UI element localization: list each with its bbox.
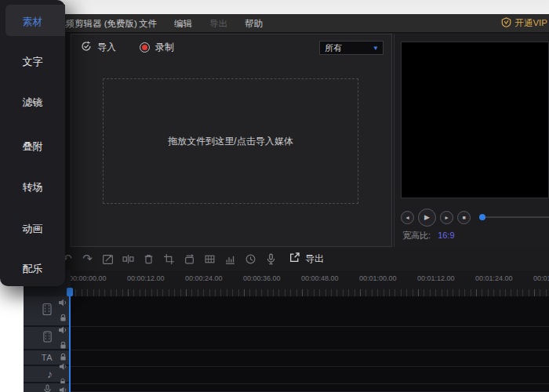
video-preview bbox=[401, 42, 549, 198]
play-button[interactable]: ▶ bbox=[418, 209, 436, 227]
timeline: 00:00:00.00 00:00:12.00 00:00:24.00 00:0… bbox=[24, 270, 549, 392]
playhead-line bbox=[69, 294, 71, 392]
sidebar-item-overlay[interactable]: 叠附 bbox=[0, 140, 65, 154]
video-track-header[interactable] bbox=[24, 296, 71, 327]
preview-panel: ◂ ▶ ▸ ■ 宽高比: 16:9 bbox=[394, 34, 549, 247]
seek-slider[interactable] bbox=[479, 216, 549, 218]
menu-export: 导出 bbox=[209, 18, 227, 30]
sidebar-item-material[interactable]: 素材 bbox=[0, 15, 65, 29]
aspect-ratio-label: 宽高比: bbox=[402, 230, 431, 240]
ruler-label: 00:01:00.00 bbox=[359, 274, 397, 282]
record-button[interactable]: 录制 bbox=[140, 41, 174, 54]
overlay-track-header[interactable] bbox=[24, 327, 71, 350]
mute-icon[interactable] bbox=[58, 324, 67, 338]
media-library-panel: 导入 录制 所有 ▼ 拖放文件到这里/点击导入媒体 bbox=[71, 34, 392, 247]
sidebar-item-filter[interactable]: 滤镜 bbox=[0, 96, 65, 110]
sidebar-panel: 素材 文字 滤镜 叠附 转场 动画 配乐 bbox=[0, 0, 65, 286]
dropzone-hint: 拖放文件到这里/点击导入媒体 bbox=[168, 135, 293, 148]
voice-track-header[interactable] bbox=[24, 383, 71, 392]
delete-icon[interactable] bbox=[143, 252, 155, 265]
voice-mic-icon bbox=[42, 383, 53, 392]
seek-slider-knob[interactable] bbox=[479, 214, 485, 220]
record-label: 录制 bbox=[155, 41, 174, 54]
music-track-header[interactable]: ♪ bbox=[24, 366, 71, 383]
text-track-lane[interactable] bbox=[71, 350, 549, 367]
aspect-ratio-value[interactable]: 16:9 bbox=[438, 230, 454, 240]
import-icon bbox=[81, 41, 92, 54]
ruler-label: 00:01:24.00 bbox=[475, 274, 513, 282]
import-label: 导入 bbox=[97, 41, 116, 54]
menu-edit[interactable]: 编辑 bbox=[174, 18, 192, 30]
ruler-label: 00:00:12.00 bbox=[127, 274, 165, 282]
sidebar-item-animation[interactable]: 动画 bbox=[0, 222, 65, 236]
edit-toolbar: ↶ ↷ bbox=[24, 247, 549, 270]
playhead-handle[interactable] bbox=[67, 288, 73, 296]
rotate-icon[interactable] bbox=[184, 252, 195, 265]
vip-label: 开通VIP bbox=[514, 17, 547, 29]
menu-file[interactable]: 文件 bbox=[139, 18, 157, 30]
ruler-label: 00:00:36.00 bbox=[243, 274, 281, 282]
track-lanes bbox=[71, 296, 549, 392]
sidebar-item-transition[interactable]: 转场 bbox=[0, 180, 65, 194]
edit-icon[interactable] bbox=[102, 252, 114, 265]
media-filter-value: 所有 bbox=[320, 42, 373, 54]
export-icon bbox=[289, 252, 300, 266]
export-button[interactable]: 导出 bbox=[289, 252, 324, 266]
vip-shield-icon bbox=[501, 17, 511, 29]
ruler-label: 00:01:12.00 bbox=[417, 274, 455, 282]
export-label: 导出 bbox=[305, 252, 324, 266]
playback-controls: ◂ ▶ ▸ ■ bbox=[401, 206, 549, 228]
play-icon: ▶ bbox=[424, 213, 430, 221]
video-track-lane[interactable] bbox=[71, 296, 549, 327]
sidebar-item-music[interactable]: 配乐 bbox=[0, 262, 65, 276]
media-dropzone[interactable]: 拖放文件到这里/点击导入媒体 bbox=[103, 78, 358, 204]
next-frame-icon: ▸ bbox=[445, 214, 448, 221]
crop-icon[interactable] bbox=[163, 252, 175, 265]
ruler-label: 00:00:48.00 bbox=[301, 274, 339, 282]
timeline-ruler[interactable]: 00:00:00.00 00:00:12.00 00:00:24.00 00:0… bbox=[71, 270, 549, 296]
track-headers: TA ♪ bbox=[24, 296, 71, 392]
overlay-track-lane[interactable] bbox=[71, 327, 549, 350]
prev-frame-button[interactable]: ◂ bbox=[401, 211, 414, 224]
mute-icon[interactable] bbox=[59, 360, 67, 374]
chevron-down-icon: ▼ bbox=[373, 45, 383, 52]
sidebar-item-text[interactable]: 文字 bbox=[0, 55, 65, 69]
music-note-icon: ♪ bbox=[47, 368, 53, 380]
import-button[interactable]: 导入 bbox=[81, 41, 116, 54]
aspect-ratio: 宽高比: 16:9 bbox=[402, 230, 455, 241]
mute-icon[interactable] bbox=[58, 296, 67, 310]
film-strip-icon bbox=[42, 303, 53, 319]
menubar: 视频剪辑器 (免费版) 文件 编辑 导出 帮助 开通VIP bbox=[24, 14, 549, 33]
music-track-lane[interactable] bbox=[71, 367, 549, 384]
ruler-ticks bbox=[71, 289, 549, 296]
stop-icon: ■ bbox=[462, 215, 465, 220]
media-filter-dropdown[interactable]: 所有 ▼ bbox=[319, 41, 384, 55]
mosaic-icon[interactable] bbox=[204, 252, 216, 265]
screen: 视频剪辑器 (免费版) 文件 编辑 导出 帮助 开通VIP bbox=[0, 0, 549, 392]
menu-help[interactable]: 帮助 bbox=[245, 18, 263, 30]
duration-icon[interactable] bbox=[245, 252, 256, 265]
split-icon[interactable] bbox=[122, 252, 134, 265]
app-window: 视频剪辑器 (免费版) 文件 编辑 导出 帮助 开通VIP bbox=[24, 14, 549, 392]
levels-icon[interactable] bbox=[224, 252, 236, 265]
microphone-icon[interactable] bbox=[265, 252, 277, 265]
ruler-label: 00:01:36.00 bbox=[533, 274, 549, 282]
voice-track-lane[interactable] bbox=[71, 384, 549, 392]
ruler-label: 00:00:24.00 bbox=[185, 274, 223, 282]
text-track-icon: TA bbox=[42, 353, 53, 362]
menu-items: 文件 编辑 导出 帮助 bbox=[139, 18, 263, 30]
stop-button[interactable]: ■ bbox=[457, 211, 471, 224]
prev-frame-icon: ◂ bbox=[405, 214, 409, 221]
vip-button[interactable]: 开通VIP bbox=[501, 17, 547, 29]
redo-icon[interactable]: ↷ bbox=[82, 252, 93, 265]
film-strip-icon bbox=[42, 331, 53, 346]
app-title: 视频剪辑器 (免费版) bbox=[56, 18, 137, 30]
record-icon bbox=[140, 42, 150, 53]
ruler-label: 00:00:00.00 bbox=[71, 274, 107, 282]
next-frame-button[interactable]: ▸ bbox=[440, 211, 453, 224]
mute-icon[interactable] bbox=[59, 383, 67, 392]
